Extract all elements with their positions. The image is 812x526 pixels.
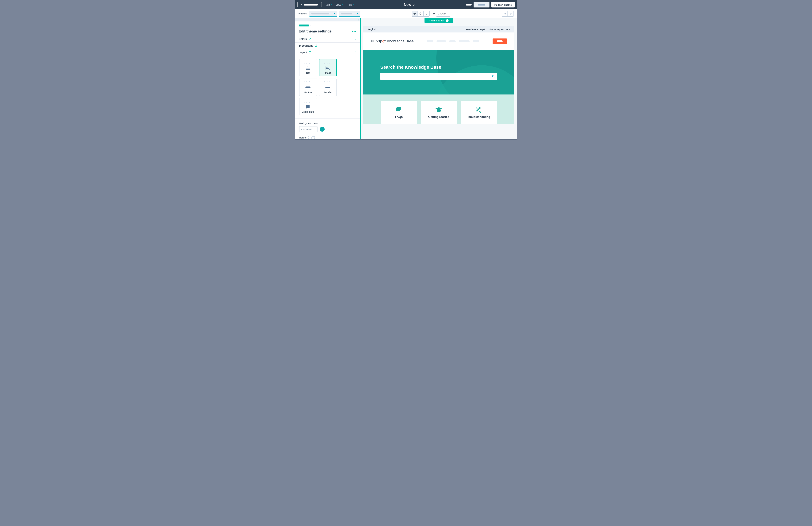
hero-title: Search the Knowledge Base <box>380 64 497 70</box>
text-icon <box>306 65 310 71</box>
chevron-down-icon: ▾ <box>378 28 378 30</box>
nav-item-placeholder <box>427 40 433 42</box>
search-input[interactable] <box>380 73 497 80</box>
card-troubleshooting[interactable]: Troubleshooting <box>461 101 497 124</box>
component-social-links[interactable]: • • • • •• • • • • # Social links <box>299 98 317 115</box>
nav-item-placeholder <box>449 40 456 42</box>
card-title: Getting Started <box>428 115 449 119</box>
svg-rect-0 <box>414 13 416 14</box>
svg-point-15 <box>492 75 494 77</box>
chevron-down-icon: ▾ <box>334 13 335 15</box>
menu-edit[interactable]: Edit▾ <box>325 3 332 6</box>
brand-logo: HubSpὸt Knowledge Base <box>371 39 414 43</box>
menu-bar: Edit▾ View▾ Help▾ <box>325 3 354 6</box>
card-faqs[interactable]: FAQs <box>381 101 417 124</box>
menu-help-label: Help <box>347 3 352 6</box>
background-color-input[interactable] <box>299 126 318 132</box>
tools-icon <box>476 106 482 113</box>
sync-icon <box>308 38 311 40</box>
accordion-layout-label: Layout <box>299 51 307 54</box>
color-swatch[interactable] <box>320 127 325 132</box>
nav-item-placeholder <box>473 40 479 42</box>
device-desktop-button[interactable] <box>412 11 418 16</box>
image-icon <box>325 65 330 71</box>
divider-icon <box>325 85 330 90</box>
hubspot-logo-text: HubSpὸt <box>371 39 386 43</box>
view-on-label: View on: <box>298 12 308 15</box>
search-icon <box>492 75 495 78</box>
accordion-typography[interactable]: Typography › <box>295 43 360 49</box>
device-mobile-button[interactable] <box>423 11 430 16</box>
device-switcher <box>412 11 430 17</box>
publish-theme-button[interactable]: Publish Theme <box>491 2 514 8</box>
sidebar: « › Edit theme settings ••• Colors ⌄ <box>295 18 361 139</box>
drag-icon: • • • • •• • • • • <box>304 81 311 84</box>
back-button[interactable]: ‹ <box>298 2 322 7</box>
component-button[interactable]: • • • • •• • • • • Button <box>299 78 317 96</box>
component-text-label: Text <box>306 72 310 74</box>
menu-view[interactable]: View▾ <box>336 3 343 6</box>
preview-cards-section: FAQs Getting Started Troubleshooting <box>363 94 514 124</box>
component-divider-label: Divider <box>324 91 332 94</box>
component-image[interactable]: • • • • •• • • • • Image <box>319 59 337 76</box>
sidebar-header: › Edit theme settings ••• <box>295 21 360 36</box>
component-divider[interactable]: • • • • •• • • • • Divider <box>319 78 337 96</box>
menu-help[interactable]: Help▾ <box>347 3 354 6</box>
breadcrumb[interactable]: › <box>299 24 357 27</box>
drag-icon: • • • • •• • • • • <box>324 61 332 64</box>
need-help-link[interactable]: Need more help? <box>466 28 485 31</box>
title-area: New <box>358 3 462 7</box>
svg-text:#: # <box>307 105 308 107</box>
double-chevron-left-icon: « <box>357 18 359 21</box>
cta-button[interactable] <box>493 39 507 44</box>
component-image-label: Image <box>325 72 331 74</box>
device-tablet-button[interactable] <box>418 11 423 16</box>
language-dropdown[interactable]: English ▾ <box>367 28 378 31</box>
nav-item-placeholder <box>459 40 470 42</box>
back-button-label-placeholder <box>304 4 318 5</box>
chevron-down-icon: ▾ <box>353 4 354 6</box>
chevron-down-icon: ▾ <box>331 4 332 6</box>
card-getting-started[interactable]: Getting Started <box>421 101 457 124</box>
my-account-link[interactable]: Go to my account <box>490 28 510 31</box>
chevron-right-icon: › <box>310 24 311 27</box>
edit-title-icon[interactable] <box>413 3 416 6</box>
accordion-colors-label: Colors <box>299 38 307 41</box>
chevron-right-icon: › <box>356 44 357 47</box>
component-social-label: Social links <box>302 111 314 113</box>
width-label: w <box>433 12 435 15</box>
menu-view-label: View <box>336 3 341 6</box>
chat-icon <box>396 106 402 113</box>
component-text[interactable]: • • • • •• • • • • Text <box>299 59 317 76</box>
info-icon: i <box>446 19 449 22</box>
accordion-colors[interactable]: Colors ⌄ <box>295 36 360 43</box>
component-button-label: Button <box>304 91 311 94</box>
drag-icon: • • • • •• • • • • <box>304 100 311 103</box>
theme-editor-tab[interactable]: Theme editor i <box>424 18 453 23</box>
view-dropdown-2[interactable]: ▾ <box>339 11 360 17</box>
undo-button[interactable] <box>502 11 508 16</box>
sidebar-title: Edit theme settings <box>299 29 332 33</box>
history-group <box>502 11 514 17</box>
more-actions-button[interactable]: ••• <box>352 29 357 33</box>
topbar: ‹ Edit▾ View▾ Help▾ New Publish Theme <box>295 0 517 9</box>
border-label: Border <box>299 136 307 139</box>
chevron-down-icon: ▾ <box>342 4 343 6</box>
secondary-button[interactable] <box>474 2 490 8</box>
border-toggle[interactable] <box>308 136 315 139</box>
collapse-sidebar-button[interactable]: « <box>295 18 360 21</box>
width-input[interactable] <box>436 11 450 17</box>
sync-icon <box>309 51 311 54</box>
redo-button[interactable] <box>508 11 513 16</box>
preview-canvas: Theme editor i English ▾ Need more help?… <box>361 18 517 139</box>
chevron-down-icon: ⌄ <box>355 38 357 41</box>
view-dropdown-1[interactable]: ▾ <box>309 11 337 17</box>
theme-editor-tab-label: Theme editor <box>429 19 444 22</box>
svg-line-16 <box>494 77 494 77</box>
chevron-up-icon: ⌃ <box>355 51 357 54</box>
language-label: English <box>367 28 376 31</box>
svg-point-10 <box>327 67 328 68</box>
accordion-layout[interactable]: Layout ⌃ <box>295 49 360 56</box>
toolbar: View on: ▾ ▾ w <box>295 9 517 18</box>
brand-subtitle: Knowledge Base <box>387 39 414 43</box>
